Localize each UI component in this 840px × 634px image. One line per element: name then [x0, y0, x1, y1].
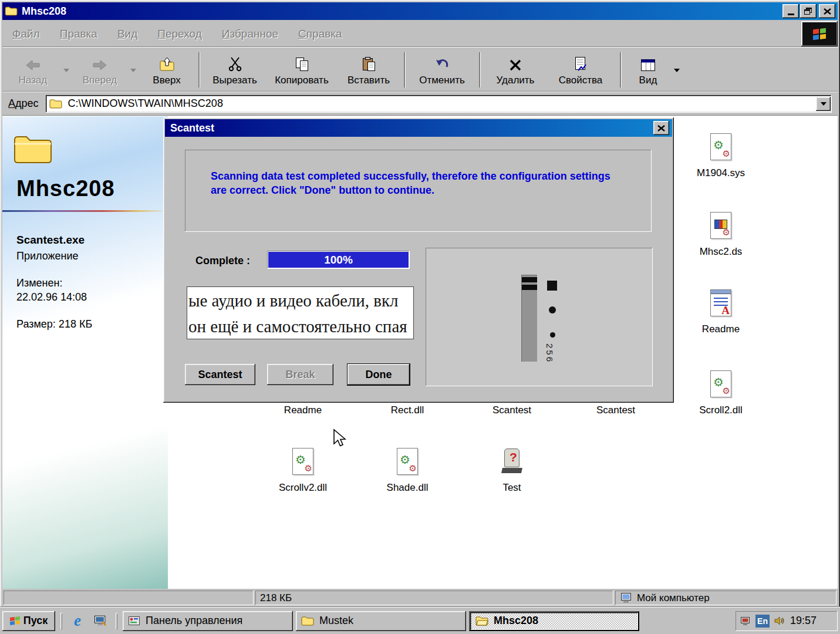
clock[interactable]: 19:57 [790, 615, 817, 627]
file-item[interactable]: Scroll2.dll [683, 368, 759, 416]
language-indicator[interactable]: En [755, 615, 770, 628]
break-button[interactable]: Break [267, 364, 333, 385]
toolbar-forward-label: Вперед [83, 75, 117, 86]
calibration-preview: 256 [426, 248, 653, 386]
window-titlebar[interactable]: Mhsc208 [2, 2, 838, 20]
toolbar-up-button[interactable]: Вверх [140, 49, 194, 91]
toolbar-paste-button[interactable]: Вставить [338, 49, 399, 91]
progress-percent: 100% [324, 254, 353, 267]
calibration-dot [549, 306, 556, 313]
undo-icon [434, 54, 450, 72]
file-item[interactable]: Scrollv2.dll [265, 446, 341, 494]
menu-edit[interactable]: Правка [50, 22, 107, 46]
scantest-button[interactable]: Scantest [185, 364, 255, 385]
taskbar-button-control-panel[interactable]: Панель управления [123, 611, 293, 631]
toolbar-delete-button[interactable]: Удалить [485, 49, 546, 91]
file-label: M1904.sys [683, 167, 759, 179]
restore-icon [804, 8, 812, 15]
tray-display-icon[interactable] [740, 616, 751, 626]
dialog-close-button[interactable] [653, 121, 669, 135]
toolbar-separator [198, 52, 200, 87]
toolbar-properties-label: Свойства [559, 75, 603, 86]
progress-fill: 100% [268, 252, 409, 268]
folder-open-icon [475, 616, 488, 626]
calibration-label: 256 [545, 343, 555, 363]
file-item[interactable]: Readme [683, 287, 759, 335]
menu-view[interactable]: Вид [107, 22, 147, 46]
volume-icon[interactable] [774, 616, 785, 626]
views-icon [640, 54, 656, 72]
toolbar-forward-button[interactable]: Вперед [73, 49, 127, 91]
menu-go[interactable]: Переход [147, 22, 211, 46]
address-combobox[interactable] [46, 95, 832, 113]
start-button[interactable]: Пуск [2, 611, 55, 631]
menu-help[interactable]: Справка [288, 22, 352, 46]
paste-icon [362, 54, 376, 72]
toolbar-delete-label: Удалить [497, 75, 535, 86]
file-label: Shade.dll [369, 482, 446, 494]
start-label: Пуск [23, 615, 48, 627]
menu-favorites[interactable]: Избранное [212, 22, 288, 46]
toolbar-cut-button[interactable]: Вырезать [204, 49, 265, 91]
file-label: Scroll2.dll [683, 404, 759, 416]
delete-icon [509, 54, 522, 72]
cut-icon [228, 54, 242, 72]
status-pane-empty [4, 591, 254, 605]
address-dropdown-button[interactable] [816, 97, 831, 111]
file-item[interactable]: Test [474, 446, 550, 494]
calibration-square [547, 281, 557, 291]
file-item[interactable]: M1904.sys [683, 131, 759, 179]
file-size-text: Размер: 218 КБ [16, 318, 92, 331]
toolbar-copy-button[interactable]: Копировать [265, 49, 338, 91]
restore-button[interactable] [800, 4, 817, 18]
quicklaunch-desktop-button[interactable] [90, 612, 110, 630]
menu-bar: Файл Правка Вид Переход Избранное Справк… [2, 21, 838, 47]
taskbar-button-label: Mhsc208 [494, 615, 538, 627]
taskbar-handle[interactable] [60, 613, 62, 629]
menu-file[interactable]: Файл [2, 22, 50, 46]
selected-file-name: Scantest.exe [16, 234, 85, 247]
toolbar-separator [479, 52, 480, 87]
file-item[interactable]: Shade.dll [369, 446, 446, 494]
file-item[interactable]: Mhsc2.ds [683, 210, 759, 258]
webview-info-panel: Mhsc208 Scantest.exe Приложение Изменен:… [2, 116, 168, 589]
toolbar-properties-button[interactable]: Свойства [546, 49, 615, 91]
back-dropdown[interactable] [60, 49, 73, 91]
taskbar-handle[interactable] [116, 613, 117, 629]
windows-flag-icon [10, 616, 20, 625]
toolbar-back-button[interactable]: Назад [6, 49, 60, 91]
status-size-text: 218 КБ [260, 592, 292, 604]
folder-icon [301, 616, 314, 626]
scantest-dialog: Scantest Scanning data test completed su… [163, 117, 674, 403]
file-label: Mhsc2.ds [683, 246, 759, 258]
back-icon [25, 54, 41, 72]
toolbar-undo-button[interactable]: Отменить [410, 49, 474, 91]
progress-bar: 100% [267, 251, 410, 269]
taskbar-button-mhsc208[interactable]: Mhsc208 [469, 611, 639, 631]
mouse-cursor [332, 429, 346, 447]
control-panel-icon [128, 616, 140, 626]
windows-flag-icon [813, 28, 826, 39]
done-button[interactable]: Done [348, 364, 410, 385]
show-desktop-icon [94, 615, 107, 627]
address-bar: Адрес [2, 92, 838, 116]
taskbar-button-label: Панель управления [146, 615, 242, 627]
dialog-titlebar[interactable]: Scantest [165, 119, 672, 137]
folder-icon-large [13, 134, 53, 166]
minimize-button[interactable] [782, 4, 799, 18]
address-input[interactable] [67, 97, 816, 110]
toolbar-undo-label: Отменить [419, 75, 465, 86]
toolbar-views-button[interactable]: Вид [626, 49, 670, 91]
selected-file-type: Приложение [16, 250, 79, 262]
taskbar-button-mustek[interactable]: Mustek [296, 611, 466, 631]
toolbar-separator [620, 52, 621, 87]
toolbar-copy-label: Копировать [275, 75, 329, 86]
views-dropdown[interactable] [670, 49, 683, 91]
quicklaunch-ie-button[interactable] [68, 612, 87, 630]
dialog-title: Scantest [170, 122, 652, 134]
my-computer-icon [620, 592, 633, 603]
forward-dropdown[interactable] [127, 49, 140, 91]
close-button[interactable] [819, 4, 835, 18]
status-bar: 218 КБ Мой компьютер [2, 589, 838, 606]
minimize-icon [788, 14, 794, 15]
